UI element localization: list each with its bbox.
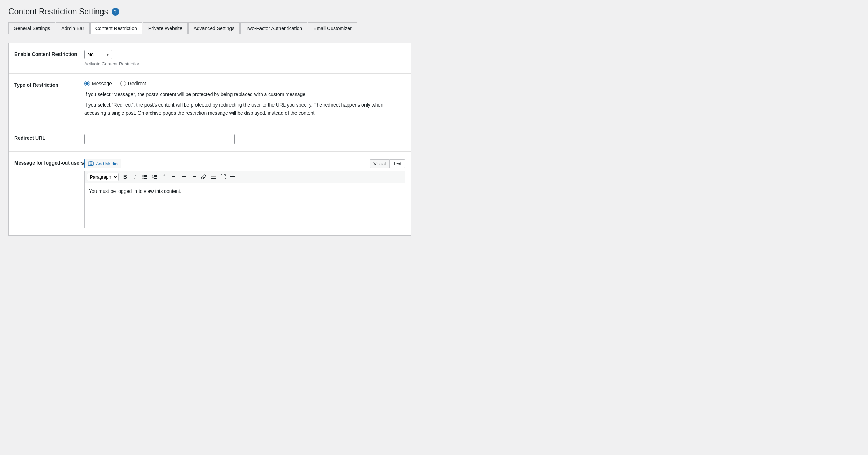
- fullscreen-button[interactable]: [219, 172, 228, 181]
- tab-admin-bar[interactable]: Admin Bar: [56, 22, 89, 34]
- svg-rect-13: [154, 178, 157, 179]
- enable-restriction-help: Activate Content Restriction: [84, 61, 405, 66]
- align-center-button[interactable]: [179, 172, 188, 181]
- svg-rect-24: [191, 178, 196, 178]
- svg-rect-26: [211, 175, 216, 175]
- enable-restriction-select[interactable]: No Yes: [84, 50, 112, 59]
- unordered-list-icon: [142, 174, 147, 179]
- svg-rect-14: [172, 175, 177, 175]
- radio-redirect-label[interactable]: Redirect: [120, 81, 146, 86]
- svg-rect-25: [193, 179, 196, 179]
- svg-rect-18: [182, 175, 186, 175]
- horizontal-rule-button[interactable]: [209, 172, 218, 181]
- redirect-url-row: Redirect URL: [9, 127, 411, 152]
- tab-visual[interactable]: Visual: [370, 159, 389, 168]
- radio-message-text: Message: [92, 81, 112, 86]
- svg-rect-20: [182, 178, 186, 178]
- svg-rect-7: [144, 178, 147, 179]
- redirect-url-input[interactable]: [84, 134, 235, 144]
- svg-rect-22: [191, 175, 196, 175]
- enable-restriction-label: Enable Content Restriction: [14, 50, 84, 57]
- radio-message-label[interactable]: Message: [84, 81, 112, 86]
- type-restriction-radio-group: Message Redirect: [84, 81, 405, 86]
- horizontal-rule-icon: [211, 174, 216, 179]
- svg-rect-9: [154, 175, 157, 176]
- add-media-label: Add Media: [96, 161, 118, 166]
- tab-text[interactable]: Text: [389, 159, 405, 168]
- editor-content[interactable]: You must be logged in to view this conte…: [84, 183, 405, 228]
- message-logged-out-content: Add Media Visual Text: [84, 159, 405, 228]
- type-restriction-content: Message Redirect If you select "Message"…: [84, 81, 405, 120]
- tab-private-website[interactable]: Private Website: [143, 22, 188, 34]
- tabs-bar: General Settings Admin Bar Content Restr…: [8, 22, 411, 34]
- svg-text:3.: 3.: [152, 177, 154, 179]
- ordered-list-button[interactable]: 1. 2. 3.: [150, 172, 159, 181]
- enable-restriction-content: No Yes ▼ Activate Content Restriction: [84, 50, 405, 66]
- add-media-icon: [88, 161, 94, 166]
- svg-rect-34: [234, 175, 235, 176]
- align-left-icon: [172, 174, 177, 179]
- kitchen-sink-icon: [230, 174, 235, 179]
- align-right-button[interactable]: [189, 172, 198, 181]
- description-redirect: If you select "Redirect", the post's con…: [84, 101, 405, 117]
- editor-toolbar: Paragraph Heading 1 Heading 2 Heading 3 …: [84, 171, 405, 183]
- redirect-url-label: Redirect URL: [14, 134, 84, 141]
- svg-rect-19: [182, 176, 186, 177]
- svg-rect-21: [183, 179, 185, 179]
- radio-redirect[interactable]: [120, 81, 126, 86]
- ordered-list-icon: 1. 2. 3.: [152, 174, 157, 179]
- radio-message[interactable]: [84, 81, 90, 86]
- tab-two-factor-auth[interactable]: Two-Factor Authentication: [240, 22, 307, 34]
- align-center-icon: [182, 174, 186, 179]
- tab-email-customizer[interactable]: Email Customizer: [308, 22, 357, 34]
- svg-rect-32: [231, 175, 232, 176]
- blockquote-button[interactable]: “: [160, 172, 169, 181]
- italic-button[interactable]: I: [130, 172, 140, 181]
- help-icon[interactable]: ?: [112, 8, 119, 16]
- page-title: Content Restriction Settings: [8, 7, 108, 16]
- editor-wrapper: Add Media Visual Text: [84, 159, 405, 228]
- format-select[interactable]: Paragraph Heading 1 Heading 2 Heading 3: [87, 173, 119, 181]
- editor-top-bar: Add Media Visual Text: [84, 159, 405, 168]
- enable-restriction-row: Enable Content Restriction No Yes ▼ Acti…: [9, 43, 411, 74]
- align-right-icon: [191, 174, 196, 179]
- svg-rect-11: [154, 176, 157, 177]
- unordered-list-button[interactable]: [140, 172, 149, 181]
- align-left-button[interactable]: [170, 172, 179, 181]
- link-button[interactable]: [199, 172, 208, 181]
- tab-advanced-settings[interactable]: Advanced Settings: [188, 22, 240, 34]
- type-restriction-row: Type of Restriction Message Redirect If …: [9, 74, 411, 127]
- description-message: If you select "Message", the post's cont…: [84, 91, 405, 98]
- svg-rect-16: [172, 178, 177, 178]
- tab-general-settings[interactable]: General Settings: [8, 22, 55, 34]
- svg-point-4: [143, 176, 144, 178]
- redirect-url-content: [84, 134, 405, 144]
- svg-rect-27: [211, 176, 216, 177]
- svg-rect-23: [193, 176, 196, 177]
- svg-rect-31: [230, 178, 235, 178]
- svg-rect-33: [233, 175, 233, 176]
- svg-point-1: [90, 163, 92, 165]
- svg-rect-3: [144, 175, 147, 176]
- link-icon: [201, 174, 206, 179]
- add-media-button[interactable]: Add Media: [84, 159, 121, 168]
- type-restriction-label: Type of Restriction: [14, 81, 84, 88]
- message-logged-out-label: Message for logged-out users: [14, 159, 84, 166]
- svg-rect-28: [211, 178, 216, 179]
- fullscreen-icon: [221, 174, 226, 179]
- editor-view-tabs: Visual Text: [370, 159, 405, 168]
- radio-redirect-text: Redirect: [128, 81, 146, 86]
- svg-point-2: [143, 175, 144, 176]
- svg-rect-30: [230, 176, 235, 177]
- tab-content-restriction[interactable]: Content Restriction: [90, 22, 142, 34]
- svg-rect-5: [144, 176, 147, 177]
- bold-button[interactable]: B: [121, 172, 130, 181]
- message-logged-out-row: Message for logged-out users Add Media: [9, 152, 411, 235]
- svg-rect-15: [172, 176, 175, 177]
- svg-rect-17: [172, 179, 175, 179]
- settings-container: Enable Content Restriction No Yes ▼ Acti…: [8, 43, 411, 236]
- svg-point-6: [143, 178, 144, 179]
- kitchen-sink-button[interactable]: [228, 172, 237, 181]
